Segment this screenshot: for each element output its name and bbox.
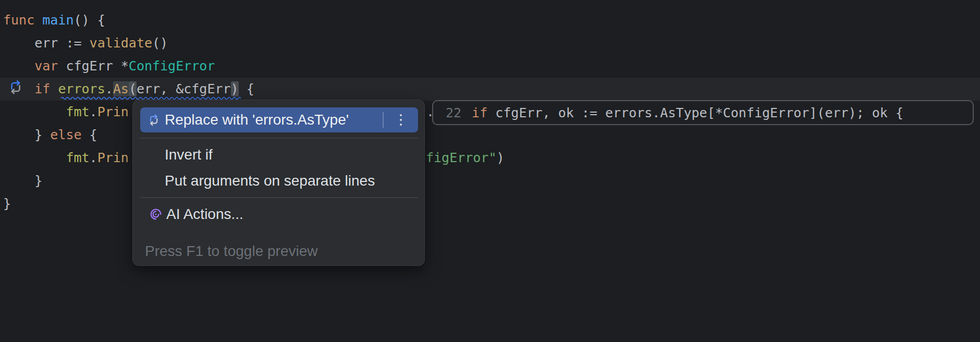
code-fragment: figError") bbox=[426, 146, 505, 169]
menu-item-invert-if[interactable]: Invert if bbox=[133, 142, 425, 168]
menu-separator bbox=[140, 138, 418, 139]
menu-item-replace-with-errors-astype[interactable]: Replace with 'errors.AsType' bbox=[140, 107, 418, 132]
menu-item-label: Invert if bbox=[165, 146, 213, 163]
replace-intention-icon[interactable] bbox=[7, 79, 24, 95]
code-line[interactable]: var cfgErr *ConfigError bbox=[3, 55, 254, 78]
preview-line-number: 22 bbox=[446, 105, 461, 120]
menu-item-ai-actions[interactable]: AI Actions... bbox=[133, 201, 425, 227]
popup-hint: Press F1 to toggle preview bbox=[145, 243, 318, 260]
menu-item-label: AI Actions... bbox=[166, 206, 243, 222]
menu-separator bbox=[140, 197, 418, 198]
code-line[interactable]: if errors.As(err, &cfgErr) { bbox=[3, 78, 254, 101]
ai-swirl-icon bbox=[149, 207, 163, 221]
divider bbox=[383, 112, 384, 128]
replace-intention-icon bbox=[147, 113, 161, 127]
code-line[interactable]: err := validate() bbox=[3, 32, 254, 55]
intention-actions-popup: Replace with 'errors.AsType' Invert if P… bbox=[132, 100, 425, 266]
code-line[interactable]: func main() { bbox=[3, 9, 254, 32]
menu-item-label: Put arguments on separate lines bbox=[165, 173, 375, 189]
preview-code: if cfgErr, ok := errors.AsType[*ConfigEr… bbox=[472, 105, 903, 120]
menu-item-label: Replace with 'errors.AsType' bbox=[165, 107, 349, 132]
more-options-kebab-icon[interactable] bbox=[396, 113, 406, 127]
intention-preview-panel: 22 if cfgErr, ok := errors.AsType[*Confi… bbox=[432, 100, 974, 125]
menu-item-put-arguments-on-separate-lines[interactable]: Put arguments on separate lines bbox=[133, 168, 425, 194]
